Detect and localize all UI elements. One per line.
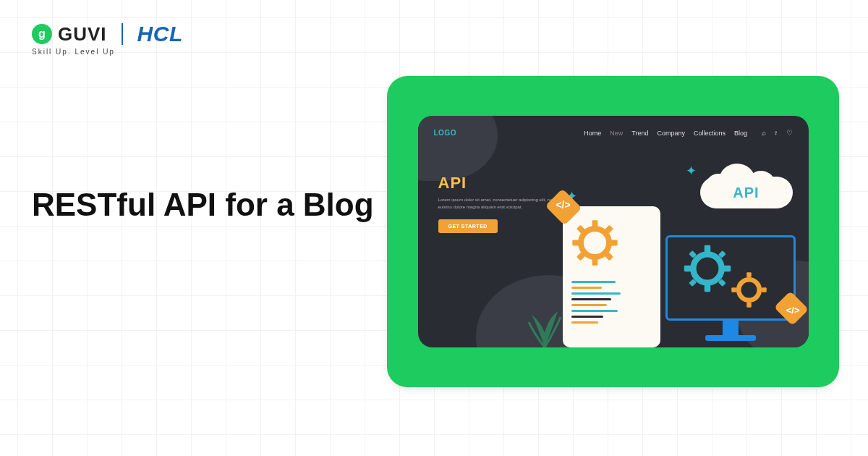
svg-rect-1 (592, 220, 597, 227)
code-badge-text: </> (555, 199, 572, 214)
svg-rect-12 (684, 266, 691, 271)
svg-rect-22 (762, 287, 767, 292)
svg-rect-2 (592, 258, 597, 265)
svg-rect-11 (704, 284, 710, 292)
nav-collections: Collections (694, 130, 726, 137)
nav-trend: Trend (631, 130, 648, 137)
guvi-mark-icon: g (32, 24, 52, 44)
svg-rect-3 (572, 240, 579, 246)
user-icon: ♀ (773, 129, 779, 137)
nav-home: Home (584, 130, 601, 137)
website-mockup: LOGO Home New Trend Company Collections … (418, 116, 809, 347)
guvi-logo: g GUVI (32, 23, 107, 46)
blob-decoration (418, 116, 498, 181)
gear-icon (571, 219, 618, 266)
plant-icon (523, 297, 566, 347)
nav-company: Company (657, 130, 685, 137)
code-badge-text: </> (786, 305, 800, 316)
heart-icon: ♡ (786, 129, 793, 137)
mock-nav-menu: Home New Trend Company Collections Blog (584, 130, 747, 137)
nav-blog: Blog (734, 130, 747, 137)
svg-rect-21 (731, 287, 736, 292)
code-lines-illustration (571, 281, 652, 324)
svg-rect-19 (746, 272, 752, 277)
gear-icon (682, 243, 733, 294)
cloud-illustration: API (700, 161, 793, 208)
document-illustration: </> (563, 206, 660, 347)
illustration-card: LOGO Home New Trend Company Collections … (387, 76, 839, 387)
mock-navbar: LOGO Home New Trend Company Collections … (418, 129, 809, 137)
svg-point-18 (739, 279, 760, 300)
mock-cta-button: GET STARTED (438, 219, 498, 233)
svg-rect-20 (746, 303, 752, 308)
hcl-wordmark: HCL (137, 22, 183, 46)
mock-nav-icons: ⌕ ♀ ♡ (762, 129, 793, 137)
search-icon: ⌕ (762, 129, 766, 137)
svg-rect-10 (704, 245, 710, 253)
svg-point-9 (693, 254, 721, 282)
mock-hero-title: API (438, 174, 569, 193)
svg-rect-4 (610, 240, 617, 246)
brand-header: g GUVI HCL (32, 22, 183, 46)
svg-point-0 (581, 229, 609, 257)
mock-logo: LOGO (434, 129, 456, 137)
brand-divider (122, 23, 123, 45)
monitor-illustration: </> (665, 235, 796, 347)
nav-new: New (610, 130, 623, 137)
tagline: Skill Up. Level Up (32, 48, 115, 56)
cloud-label: API (700, 185, 793, 201)
sparkle-icon: ✦ (686, 163, 697, 179)
gear-icon (729, 270, 769, 310)
guvi-wordmark: GUVI (58, 23, 107, 46)
page-title: RESTful API for a Blog (32, 185, 374, 224)
